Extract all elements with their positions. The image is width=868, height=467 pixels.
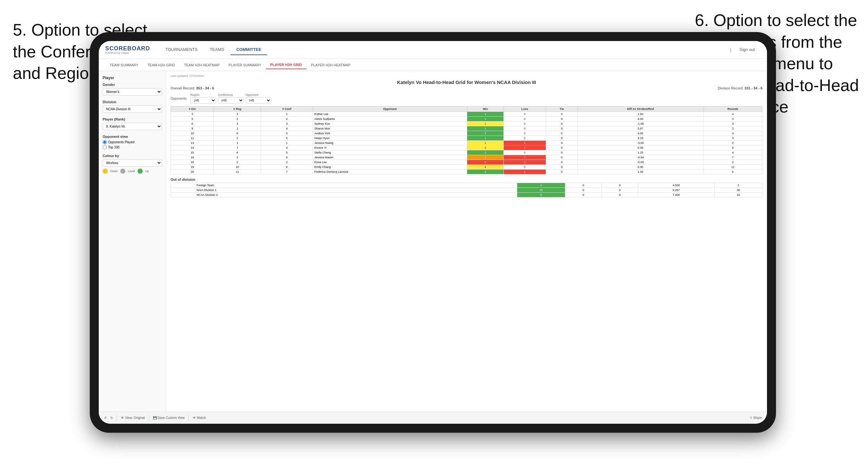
filter-opponent-label: Opponent (246, 93, 271, 96)
toolbar-share[interactable]: ⇧ Share (750, 416, 762, 419)
cell-loss: 2 (503, 146, 546, 150)
table-row: 18 2 2 Euna Lee 0 2 0 -5.00 2 (171, 160, 763, 165)
table-row: 10 6 3 Andrea York 2 0 0 4.00 4 (171, 131, 763, 136)
sec-nav-player-h2h-grid[interactable]: PLAYER H2H GRID (266, 61, 307, 69)
sec-nav-team-h2h-heatmap[interactable]: TEAM H2H HEATMAP (180, 61, 224, 69)
cell-div: 15 (171, 150, 214, 155)
cell-diff: 1.50 (578, 112, 703, 117)
cell-diff: 1.33 (578, 169, 703, 174)
cell-rounds: 30 (714, 188, 762, 193)
table-header-row: # Div # Reg # Conf Opponent Win Loss Tie… (171, 106, 763, 112)
cell-win: 1 (517, 183, 565, 188)
cell-rounds: 4 (703, 131, 762, 136)
tablet-screen: SCOREBOARD Powered by clippd TOURNAMENTS… (99, 41, 767, 424)
sidebar-player-title: Player (103, 75, 162, 80)
sidebar-player-rank-label: Player (Rank) (103, 117, 162, 121)
sidebar-colour-select[interactable]: Win/loss (103, 159, 162, 167)
cell-loss: 0 (565, 183, 601, 188)
cell-conf: 7 (261, 169, 313, 174)
cell-loss: 1 (503, 169, 546, 174)
toolbar-redo[interactable]: ↻ (110, 416, 113, 419)
cell-diff: 3.67 (578, 126, 703, 131)
table-row: 19 10 6 Emily Chang 4 0 0 0.30 11 (171, 165, 763, 169)
dot-level-label: Level (128, 169, 135, 173)
cell-conf: 5 (261, 136, 313, 141)
cell-reg: 11 (214, 169, 261, 174)
cell-tie: 0 (546, 141, 578, 146)
sidebar-player-rank-select[interactable]: 8. Katelyn Vo (103, 123, 162, 130)
th-win: Win (467, 106, 503, 112)
cell-rounds: 6 (703, 169, 762, 174)
sidebar-division-select[interactable]: NCAA Division III (103, 105, 162, 113)
toolbar-undo[interactable]: ↺ (104, 416, 106, 419)
cell-rounds: 2 (703, 160, 762, 165)
filter-region-select[interactable]: (All) (190, 97, 216, 103)
cell-tie: 0 (546, 169, 578, 174)
sidebar-gender-select[interactable]: Women's (103, 88, 162, 95)
cell-diff: -5.00 (578, 160, 703, 165)
sidebar-gender-label: Gender (103, 83, 162, 87)
toolbar-save-custom[interactable]: 💾 Save Custom View (153, 416, 185, 419)
nav-item-committee[interactable]: COMMITTEE (230, 44, 267, 55)
sidebar-division-label: Division (103, 100, 162, 104)
sec-nav-team-h2h-grid[interactable]: TEAM H2H GRID (143, 61, 180, 69)
cell-div: 19 (171, 165, 214, 169)
cell-tie: 0 (546, 160, 578, 165)
cell-win: 1 (467, 155, 503, 160)
cell-win: 4 (467, 165, 503, 169)
table-row: 13 1 1 Jessica Huang 1 1 0 -3.00 2 (171, 141, 763, 146)
nav-item-teams[interactable]: TEAMS (204, 44, 230, 55)
sec-nav-team-summary[interactable]: TEAM SUMMARY (105, 61, 143, 69)
overall-record-value: 353 - 34 - 6 (196, 86, 214, 90)
sidebar-division-section: Division NCAA Division III (103, 100, 162, 113)
toolbar-divider-1 (117, 415, 117, 421)
bottom-toolbar: ↺ ↻ 👁 View: Original 💾 Save Custom View … (99, 411, 767, 424)
cell-div: 10 (171, 131, 214, 136)
cell-name: Esther Lee (313, 112, 467, 117)
eye-icon: 👁 (121, 416, 124, 419)
cell-diff: 4.500 (638, 183, 714, 188)
cell-div: 20 (171, 169, 214, 174)
cell-name: Andrea York (313, 131, 467, 136)
cell-reg: 3 (214, 112, 261, 117)
table-row: 6 3 3 Sydney Kuo 1 0 0 -1.00 3 (171, 122, 763, 126)
cell-win: 1 (467, 112, 503, 117)
cell-win: 0 (467, 160, 503, 165)
tablet-device: SCOREBOARD Powered by clippd TOURNAMENTS… (90, 32, 776, 433)
cell-diff: 0.38 (578, 146, 703, 150)
cell-div: 9 (171, 126, 214, 131)
filter-conference-select[interactable]: (All) (218, 97, 244, 103)
cell-win: 1 (467, 150, 503, 155)
cell-div: 18 (171, 160, 214, 165)
dot-down (103, 168, 108, 174)
cell-reg: 1 (214, 126, 261, 131)
toolbar-watch[interactable]: 👁 Watch (193, 416, 206, 419)
nav-item-tournaments[interactable]: TOURNAMENTS (160, 44, 203, 55)
cell-rounds: 3 (703, 117, 762, 122)
cell-rounds: 2 (714, 183, 762, 188)
last-updated: Last Updated: 27/03/2024 (170, 74, 763, 77)
cell-conf: 6 (261, 165, 313, 169)
out-of-division-header: Out of division (170, 178, 763, 181)
filter-conference-label: Conference (218, 93, 244, 96)
cell-win: 1 (467, 117, 503, 122)
cell-name: Jessica Huang (313, 141, 467, 146)
sec-nav-player-h2h-heatmap[interactable]: PLAYER H2H HEATMAP (307, 61, 355, 69)
cell-reg: 2 (214, 117, 261, 122)
filter-opponent-select[interactable]: (All) (246, 97, 271, 103)
filter-group-region: Region (All) (190, 93, 216, 103)
sign-out-link[interactable]: Sign out (734, 44, 761, 55)
toolbar-view-original[interactable]: 👁 View: Original (121, 416, 145, 419)
sidebar-colour-section: Colour by Win/loss Down Level Up (103, 154, 162, 174)
cell-conf: 6 (261, 155, 313, 160)
overall-record-label: Overall Record: 353 - 34 - 6 (170, 86, 214, 90)
sec-nav-player-summary[interactable]: PLAYER SUMMARY (224, 61, 266, 69)
colour-dots: Down Level Up (103, 168, 162, 174)
cell-win: 2 (467, 146, 503, 150)
sidebar-opponents-played[interactable]: Opponents Played (103, 140, 162, 144)
cell-rounds: 7 (703, 155, 762, 160)
cell-div: 5 (171, 117, 214, 122)
share-icon: ⇧ (750, 416, 752, 419)
sidebar-top-100[interactable]: Top 100 (103, 145, 162, 149)
content-area: Last Updated: 27/03/2024 Katelyn Vo Head… (166, 71, 767, 411)
